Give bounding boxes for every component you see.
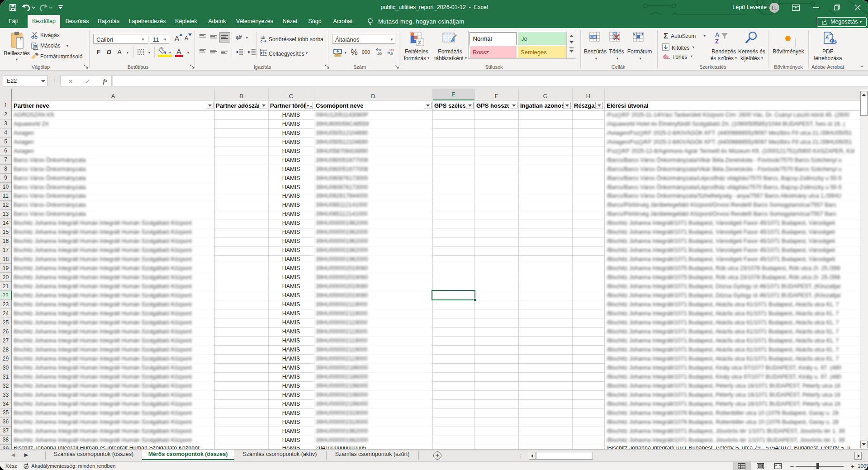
svg-text:,00: ,00	[377, 52, 382, 56]
svg-text:A: A	[715, 31, 720, 38]
svg-text:Z: Z	[715, 38, 719, 44]
svg-text:A: A	[825, 35, 829, 40]
svg-text:≠: ≠	[418, 39, 421, 46]
svg-text:c: c	[261, 39, 263, 43]
svg-text:,0: ,0	[390, 52, 393, 56]
